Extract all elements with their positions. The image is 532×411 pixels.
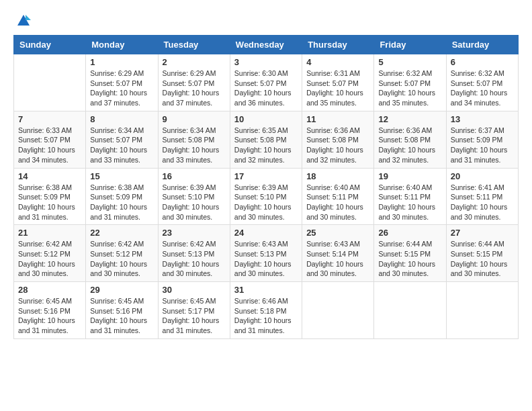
weekday-header-row: SundayMondayTuesdayWednesdayThursdayFrid… — [14, 36, 519, 54]
weekday-header-tuesday: Tuesday — [158, 36, 230, 54]
day-info: Sunrise: 6:42 AM Sunset: 5:12 PM Dayligh… — [18, 239, 81, 279]
day-number: 11 — [306, 114, 369, 124]
day-info: Sunrise: 6:36 AM Sunset: 5:08 PM Dayligh… — [306, 126, 369, 165]
calendar-cell: 11Sunrise: 6:36 AM Sunset: 5:08 PM Dayli… — [302, 111, 374, 168]
day-info: Sunrise: 6:30 AM Sunset: 5:07 PM Dayligh… — [234, 68, 298, 108]
calendar-week-3: 14Sunrise: 6:38 AM Sunset: 5:09 PM Dayli… — [14, 168, 519, 225]
day-info: Sunrise: 6:42 AM Sunset: 5:13 PM Dayligh… — [163, 239, 226, 279]
day-info: Sunrise: 6:44 AM Sunset: 5:15 PM Dayligh… — [378, 239, 441, 279]
logo-icon — [16, 13, 31, 28]
day-number: 25 — [306, 228, 369, 238]
day-info: Sunrise: 6:45 AM Sunset: 5:16 PM Dayligh… — [18, 296, 81, 336]
day-info: Sunrise: 6:32 AM Sunset: 5:07 PM Dayligh… — [378, 68, 441, 108]
day-info: Sunrise: 6:40 AM Sunset: 5:11 PM Dayligh… — [378, 183, 441, 222]
calendar-cell: 2Sunrise: 6:29 AM Sunset: 5:07 PM Daylig… — [158, 54, 230, 111]
day-info: Sunrise: 6:32 AM Sunset: 5:07 PM Dayligh… — [451, 68, 514, 108]
calendar-cell: 18Sunrise: 6:40 AM Sunset: 5:11 PM Dayli… — [302, 168, 374, 225]
calendar-cell: 1Sunrise: 6:29 AM Sunset: 5:07 PM Daylig… — [86, 54, 158, 111]
calendar-cell: 26Sunrise: 6:44 AM Sunset: 5:15 PM Dayli… — [374, 225, 446, 282]
day-number: 31 — [234, 285, 298, 295]
day-number: 7 — [18, 114, 81, 124]
day-number: 8 — [90, 114, 153, 124]
day-info: Sunrise: 6:34 AM Sunset: 5:07 PM Dayligh… — [90, 126, 153, 165]
day-info: Sunrise: 6:39 AM Sunset: 5:10 PM Dayligh… — [234, 183, 298, 222]
calendar-cell: 6Sunrise: 6:32 AM Sunset: 5:07 PM Daylig… — [446, 54, 518, 111]
logo — [13, 13, 32, 28]
day-info: Sunrise: 6:33 AM Sunset: 5:07 PM Dayligh… — [18, 126, 81, 165]
calendar-cell: 3Sunrise: 6:30 AM Sunset: 5:07 PM Daylig… — [230, 54, 302, 111]
day-number: 20 — [451, 171, 514, 181]
day-number: 15 — [90, 171, 153, 181]
day-info: Sunrise: 6:36 AM Sunset: 5:08 PM Dayligh… — [378, 126, 441, 165]
calendar-cell: 27Sunrise: 6:44 AM Sunset: 5:15 PM Dayli… — [446, 225, 518, 282]
day-number: 4 — [306, 57, 369, 67]
calendar-cell: 25Sunrise: 6:43 AM Sunset: 5:14 PM Dayli… — [302, 225, 374, 282]
day-info: Sunrise: 6:37 AM Sunset: 5:09 PM Dayligh… — [451, 126, 514, 165]
day-number: 21 — [18, 228, 81, 238]
day-info: Sunrise: 6:45 AM Sunset: 5:17 PM Dayligh… — [163, 296, 226, 336]
weekday-header-friday: Friday — [374, 36, 446, 54]
day-info: Sunrise: 6:40 AM Sunset: 5:11 PM Dayligh… — [306, 183, 369, 222]
day-number: 12 — [378, 114, 441, 124]
calendar-cell: 22Sunrise: 6:42 AM Sunset: 5:12 PM Dayli… — [86, 225, 158, 282]
day-number: 24 — [234, 228, 298, 238]
calendar-cell: 29Sunrise: 6:45 AM Sunset: 5:16 PM Dayli… — [86, 282, 158, 339]
day-info: Sunrise: 6:46 AM Sunset: 5:18 PM Dayligh… — [234, 296, 298, 336]
calendar-cell: 13Sunrise: 6:37 AM Sunset: 5:09 PM Dayli… — [446, 111, 518, 168]
day-info: Sunrise: 6:42 AM Sunset: 5:12 PM Dayligh… — [90, 239, 153, 279]
day-info: Sunrise: 6:29 AM Sunset: 5:07 PM Dayligh… — [163, 68, 226, 108]
day-number: 28 — [18, 285, 81, 295]
calendar-cell: 31Sunrise: 6:46 AM Sunset: 5:18 PM Dayli… — [230, 282, 302, 339]
calendar-cell: 23Sunrise: 6:42 AM Sunset: 5:13 PM Dayli… — [158, 225, 230, 282]
day-number: 23 — [163, 228, 226, 238]
day-number: 22 — [90, 228, 153, 238]
calendar-cell: 19Sunrise: 6:40 AM Sunset: 5:11 PM Dayli… — [374, 168, 446, 225]
day-info: Sunrise: 6:43 AM Sunset: 5:14 PM Dayligh… — [306, 239, 369, 279]
day-info: Sunrise: 6:35 AM Sunset: 5:08 PM Dayligh… — [234, 126, 298, 165]
calendar-cell: 12Sunrise: 6:36 AM Sunset: 5:08 PM Dayli… — [374, 111, 446, 168]
day-info: Sunrise: 6:39 AM Sunset: 5:10 PM Dayligh… — [163, 183, 226, 222]
weekday-header-wednesday: Wednesday — [230, 36, 302, 54]
day-number: 10 — [234, 114, 298, 124]
day-info: Sunrise: 6:45 AM Sunset: 5:16 PM Dayligh… — [90, 296, 153, 336]
day-number: 1 — [90, 57, 153, 67]
day-number: 19 — [378, 171, 441, 181]
calendar-cell: 4Sunrise: 6:31 AM Sunset: 5:07 PM Daylig… — [302, 54, 374, 111]
calendar-cell: 21Sunrise: 6:42 AM Sunset: 5:12 PM Dayli… — [14, 225, 86, 282]
day-number: 6 — [451, 57, 514, 67]
calendar-cell — [446, 282, 518, 339]
day-number: 2 — [163, 57, 226, 67]
calendar-cell: 20Sunrise: 6:41 AM Sunset: 5:11 PM Dayli… — [446, 168, 518, 225]
day-number: 14 — [18, 171, 81, 181]
weekday-header-thursday: Thursday — [302, 36, 374, 54]
calendar-table: SundayMondayTuesdayWednesdayThursdayFrid… — [13, 35, 519, 339]
calendar-cell — [302, 282, 374, 339]
day-info: Sunrise: 6:43 AM Sunset: 5:13 PM Dayligh… — [234, 239, 298, 279]
weekday-header-saturday: Saturday — [446, 36, 518, 54]
calendar-cell: 5Sunrise: 6:32 AM Sunset: 5:07 PM Daylig… — [374, 54, 446, 111]
calendar-cell: 16Sunrise: 6:39 AM Sunset: 5:10 PM Dayli… — [158, 168, 230, 225]
day-info: Sunrise: 6:44 AM Sunset: 5:15 PM Dayligh… — [451, 239, 514, 279]
calendar-cell: 17Sunrise: 6:39 AM Sunset: 5:10 PM Dayli… — [230, 168, 302, 225]
svg-marker-1 — [26, 15, 31, 20]
page-header — [13, 13, 519, 28]
calendar-cell: 8Sunrise: 6:34 AM Sunset: 5:07 PM Daylig… — [86, 111, 158, 168]
calendar-cell: 24Sunrise: 6:43 AM Sunset: 5:13 PM Dayli… — [230, 225, 302, 282]
calendar-cell: 10Sunrise: 6:35 AM Sunset: 5:08 PM Dayli… — [230, 111, 302, 168]
weekday-header-sunday: Sunday — [14, 36, 86, 54]
calendar-cell: 9Sunrise: 6:34 AM Sunset: 5:08 PM Daylig… — [158, 111, 230, 168]
day-number: 26 — [378, 228, 441, 238]
calendar-cell: 14Sunrise: 6:38 AM Sunset: 5:09 PM Dayli… — [14, 168, 86, 225]
calendar-week-4: 21Sunrise: 6:42 AM Sunset: 5:12 PM Dayli… — [14, 225, 519, 282]
day-number: 5 — [378, 57, 441, 67]
calendar-cell: 15Sunrise: 6:38 AM Sunset: 5:09 PM Dayli… — [86, 168, 158, 225]
calendar-cell: 7Sunrise: 6:33 AM Sunset: 5:07 PM Daylig… — [14, 111, 86, 168]
day-number: 16 — [163, 171, 226, 181]
day-number: 27 — [451, 228, 514, 238]
day-info: Sunrise: 6:41 AM Sunset: 5:11 PM Dayligh… — [451, 183, 514, 222]
calendar-cell: 28Sunrise: 6:45 AM Sunset: 5:16 PM Dayli… — [14, 282, 86, 339]
calendar-week-2: 7Sunrise: 6:33 AM Sunset: 5:07 PM Daylig… — [14, 111, 519, 168]
calendar-cell — [14, 54, 86, 111]
day-info: Sunrise: 6:38 AM Sunset: 5:09 PM Dayligh… — [90, 183, 153, 222]
day-info: Sunrise: 6:34 AM Sunset: 5:08 PM Dayligh… — [163, 126, 226, 165]
